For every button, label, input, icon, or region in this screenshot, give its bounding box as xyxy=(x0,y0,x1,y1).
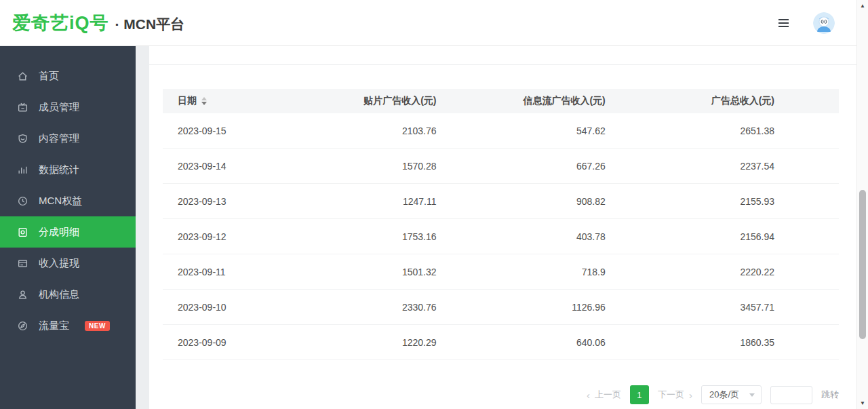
mascot-avatar-icon xyxy=(813,12,835,34)
sidebar-item-label: MCN权益 xyxy=(39,195,82,208)
table-row: 2023-09-12 1753.16 403.78 2156.94 xyxy=(163,219,839,254)
sidebar-item-org-info[interactable]: 机构信息 xyxy=(0,279,136,310)
page-size-label: 20条/页 xyxy=(709,389,739,401)
mcn-platform-app: 爱奇艺iQ号 · MCN平台 首页 xyxy=(0,0,868,409)
members-icon xyxy=(17,102,28,113)
user-avatar[interactable] xyxy=(813,12,835,34)
feed-cell: 718.9 xyxy=(501,267,670,277)
sidebar-item-revenue-share[interactable]: 分成明细 xyxy=(0,216,136,248)
current-page-button[interactable]: 1 xyxy=(630,385,649,404)
person-icon xyxy=(17,289,28,300)
feed-cell: 403.78 xyxy=(501,231,670,242)
scrollbar-thumb[interactable] xyxy=(859,190,866,339)
chevron-left-icon: ‹ xyxy=(587,390,590,400)
page-jump-input[interactable] xyxy=(770,386,812,404)
scrolled-toolbar-remnant xyxy=(149,46,856,65)
date-cell: 2023-09-10 xyxy=(163,302,332,313)
feed-cell: 667.26 xyxy=(501,161,670,172)
prev-page-label: 上一页 xyxy=(595,389,621,401)
home-icon xyxy=(17,71,28,82)
sidebar-item-label: 首页 xyxy=(39,70,59,83)
total-cell: 3457.71 xyxy=(670,302,839,313)
column-header-date[interactable]: 日期 xyxy=(163,95,332,107)
table-row: 2023-09-10 2330.76 1126.96 3457.71 xyxy=(163,290,839,325)
table-header-row: 日期 贴片广告收入(元) 信息流广告收入(元) 广告总收入(元) xyxy=(163,89,839,113)
clock-icon xyxy=(17,195,28,207)
sidebar-nav: 首页 成员管理 内容管理 数据统计 MCN权益 xyxy=(0,46,136,409)
preroll-cell: 1570.28 xyxy=(332,161,500,172)
stats-icon xyxy=(17,164,28,176)
sidebar-item-content[interactable]: 内容管理 xyxy=(0,123,136,154)
compass-icon xyxy=(17,320,28,332)
topbar-actions xyxy=(776,0,835,45)
iqiyi-logo-text: 爱奇艺iQ号 xyxy=(12,11,109,35)
prev-page-button[interactable]: ‹ 上一页 xyxy=(587,389,621,401)
date-cell: 2023-09-15 xyxy=(163,125,332,136)
sidebar-item-label: 分成明细 xyxy=(39,226,79,239)
sidebar-item-mcn-rights[interactable]: MCN权益 xyxy=(0,185,136,216)
sidebar-item-label: 收入提现 xyxy=(39,257,79,270)
sidebar-item-withdraw[interactable]: 收入提现 xyxy=(0,248,136,279)
total-cell: 2651.38 xyxy=(670,125,839,136)
platform-title: · MCN平台 xyxy=(115,15,185,34)
ledger-icon xyxy=(17,227,28,238)
feed-cell: 908.82 xyxy=(501,196,670,207)
scroll-up-arrow-icon[interactable]: ▲ xyxy=(857,3,868,9)
total-cell: 2237.54 xyxy=(670,161,839,172)
date-cell: 2023-09-14 xyxy=(163,161,332,172)
hamburger-menu-icon[interactable] xyxy=(776,16,791,30)
column-header-preroll: 贴片广告收入(元) xyxy=(332,95,500,107)
revenue-table: 日期 贴片广告收入(元) 信息流广告收入(元) 广告总收入(元) 2023-09… xyxy=(163,89,839,360)
jump-button[interactable]: 跳转 xyxy=(821,389,839,401)
next-page-button[interactable]: 下一页 › xyxy=(658,389,692,401)
date-cell: 2023-09-11 xyxy=(163,267,332,277)
date-cell: 2023-09-13 xyxy=(163,196,332,207)
date-cell: 2023-09-09 xyxy=(163,337,332,348)
page-size-select[interactable]: 20条/页 xyxy=(701,385,762,404)
total-cell: 2155.93 xyxy=(670,196,839,207)
total-cell: 1860.35 xyxy=(670,337,839,348)
preroll-cell: 1753.16 xyxy=(332,231,500,242)
scroll-down-arrow-icon[interactable]: ▼ xyxy=(857,400,868,406)
pagination-bar: ‹ 上一页 1 下一页 › 20条/页 跳转 xyxy=(587,385,839,404)
preroll-cell: 1247.11 xyxy=(332,196,500,207)
column-header-feed: 信息流广告收入(元) xyxy=(501,95,670,107)
main-content: 日期 贴片广告收入(元) 信息流广告收入(元) 广告总收入(元) 2023-09… xyxy=(149,46,856,409)
table-row: 2023-09-15 2103.76 547.62 2651.38 xyxy=(163,113,839,149)
preroll-cell: 2330.76 xyxy=(332,302,500,313)
sidebar-item-members[interactable]: 成员管理 xyxy=(0,92,136,123)
card-icon xyxy=(17,258,28,269)
next-page-label: 下一页 xyxy=(658,389,684,401)
feed-cell: 547.62 xyxy=(501,125,670,136)
table-row: 2023-09-14 1570.28 667.26 2237.54 xyxy=(163,149,839,184)
brand-logo: 爱奇艺iQ号 · MCN平台 xyxy=(12,11,184,35)
content-icon xyxy=(17,133,28,144)
new-badge: NEW xyxy=(85,321,110,331)
table-row: 2023-09-11 1501.32 718.9 2220.22 xyxy=(163,254,839,290)
sidebar-item-label: 成员管理 xyxy=(39,101,79,114)
sidebar-item-label: 内容管理 xyxy=(39,132,79,145)
sidebar-item-traffic-booster[interactable]: 流量宝 NEW xyxy=(0,310,136,341)
preroll-cell: 1501.32 xyxy=(332,267,500,277)
sort-icon[interactable] xyxy=(201,97,207,105)
preroll-cell: 2103.76 xyxy=(332,125,500,136)
chevron-down-icon xyxy=(749,393,755,397)
sidebar-item-label: 流量宝 xyxy=(39,319,69,332)
total-cell: 2220.22 xyxy=(670,267,839,277)
feed-cell: 1126.96 xyxy=(501,302,670,313)
feed-cell: 640.06 xyxy=(501,337,670,348)
content-gutter xyxy=(136,46,149,409)
chevron-right-icon: › xyxy=(689,390,692,400)
preroll-cell: 1220.29 xyxy=(332,337,500,348)
table-row: 2023-09-09 1220.29 640.06 1860.35 xyxy=(163,325,839,360)
sidebar-item-label: 数据统计 xyxy=(39,163,79,176)
column-header-label: 日期 xyxy=(178,95,197,107)
sidebar-item-label: 机构信息 xyxy=(39,288,79,301)
date-cell: 2023-09-12 xyxy=(163,231,332,242)
sidebar-item-stats[interactable]: 数据统计 xyxy=(0,154,136,185)
top-header-bar: 爱奇艺iQ号 · MCN平台 xyxy=(0,0,856,46)
table-row: 2023-09-13 1247.11 908.82 2155.93 xyxy=(163,184,839,219)
sidebar-item-home[interactable]: 首页 xyxy=(0,60,136,92)
vertical-scrollbar[interactable]: ▲ ▼ xyxy=(856,0,868,409)
column-header-total: 广告总收入(元) xyxy=(670,95,839,107)
